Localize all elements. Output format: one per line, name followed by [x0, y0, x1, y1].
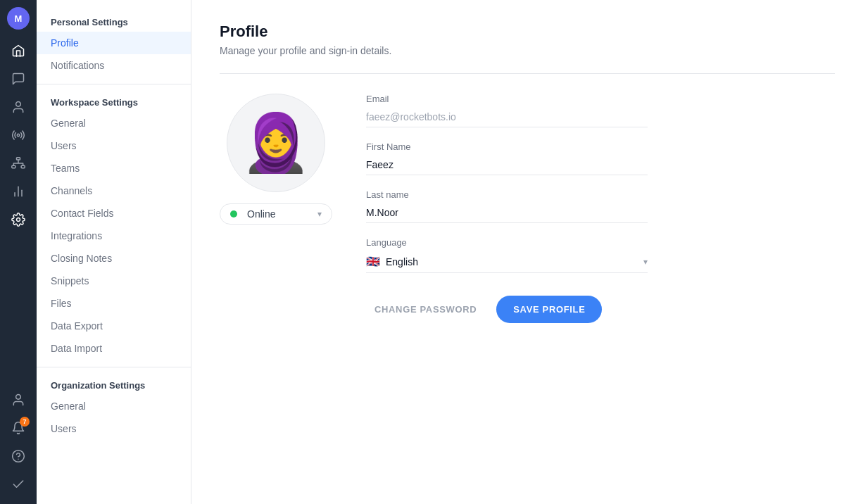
nav-divider-1 [37, 84, 191, 84]
conversations-icon[interactable] [6, 66, 31, 92]
nav-item-channels[interactable]: Channels [37, 179, 191, 202]
broadcast-icon[interactable] [6, 122, 31, 148]
nav-item-snippets[interactable]: Snippets [37, 270, 191, 292]
page-subtitle: Manage your profile and sign-in details. [220, 45, 835, 56]
language-label: Language [366, 237, 648, 248]
avatar-section: 🧕 Online ▾ [220, 94, 332, 323]
nav-item-contact-fields[interactable]: Contact Fields [37, 202, 191, 225]
workspace-settings-title: Workspace Settings [37, 92, 191, 112]
nav-item-data-export[interactable]: Data Export [37, 315, 191, 337]
first-name-label: First Name [366, 141, 648, 152]
nav-item-teams[interactable]: Teams [37, 157, 191, 179]
notification-wrapper: 7 [6, 415, 31, 441]
profile-avatar[interactable]: 🧕 [227, 94, 325, 192]
avatar-image: 🧕 [241, 115, 311, 171]
organization-settings-title: Organization Settings [37, 374, 191, 395]
help-icon[interactable] [6, 443, 31, 469]
svg-point-10 [13, 451, 25, 462]
page-title: Profile [220, 23, 835, 41]
svg-point-9 [16, 395, 21, 400]
chevron-down-icon: ▾ [317, 209, 322, 219]
contacts-icon[interactable] [6, 94, 31, 120]
nav-item-files[interactable]: Files [37, 292, 191, 315]
profile-layout: 🧕 Online ▾ Email First Name Last name [220, 94, 835, 323]
save-profile-button[interactable]: SAVE PROFILE [496, 296, 602, 323]
hierarchy-icon[interactable] [6, 151, 31, 176]
check-icon[interactable] [6, 472, 31, 497]
nav-item-org-general[interactable]: General [37, 395, 191, 417]
change-password-button[interactable]: CHANGE PASSWORD [366, 297, 485, 322]
notification-badge: 7 [20, 417, 30, 427]
language-chevron-icon: ▾ [643, 257, 648, 267]
icon-sidebar: M 7 [0, 0, 37, 504]
status-label: Online [247, 208, 312, 220]
language-left: 🇬🇧 English [366, 255, 418, 268]
header-divider [220, 73, 835, 74]
first-name-input[interactable] [366, 155, 648, 175]
last-name-group: Last name [366, 189, 648, 223]
nav-sidebar: Personal Settings Profile Notifications … [37, 0, 191, 504]
nav-item-users[interactable]: Users [37, 134, 191, 157]
nav-item-notifications[interactable]: Notifications [37, 54, 191, 77]
action-buttons: CHANGE PASSWORD SAVE PROFILE [366, 296, 648, 323]
language-selector[interactable]: 🇬🇧 English ▾ [366, 251, 648, 273]
svg-point-0 [16, 102, 21, 107]
nav-divider-2 [37, 367, 191, 367]
language-flag: 🇬🇧 [366, 255, 380, 268]
home-icon[interactable] [6, 38, 31, 63]
nav-item-closing-notes[interactable]: Closing Notes [37, 247, 191, 270]
email-label: Email [366, 94, 648, 104]
nav-item-integrations[interactable]: Integrations [37, 225, 191, 247]
last-name-input[interactable] [366, 203, 648, 223]
language-group: Language 🇬🇧 English ▾ [366, 237, 648, 273]
settings-icon[interactable] [6, 207, 31, 232]
email-input[interactable] [366, 107, 648, 127]
user-avatar-icon[interactable]: M [7, 7, 30, 30]
svg-point-1 [17, 134, 19, 136]
last-name-label: Last name [366, 189, 648, 200]
profile-form: Email First Name Last name Language 🇬🇧 E… [366, 94, 648, 323]
svg-point-8 [17, 218, 20, 222]
email-group: Email [366, 94, 648, 127]
nav-item-org-users[interactable]: Users [37, 417, 191, 440]
nav-item-profile[interactable]: Profile [37, 32, 191, 54]
nav-item-general[interactable]: General [37, 112, 191, 134]
nav-item-data-import[interactable]: Data Import [37, 337, 191, 360]
bottom-icons: 7 [6, 387, 31, 497]
personal-settings-title: Personal Settings [37, 11, 191, 32]
reports-icon[interactable] [6, 179, 31, 204]
first-name-group: First Name [366, 141, 648, 175]
main-content: Profile Manage your profile and sign-in … [191, 0, 863, 504]
language-value: English [386, 256, 418, 267]
status-online-dot [230, 210, 237, 218]
user-badge-icon[interactable] [6, 387, 31, 412]
status-dropdown[interactable]: Online ▾ [220, 203, 332, 225]
